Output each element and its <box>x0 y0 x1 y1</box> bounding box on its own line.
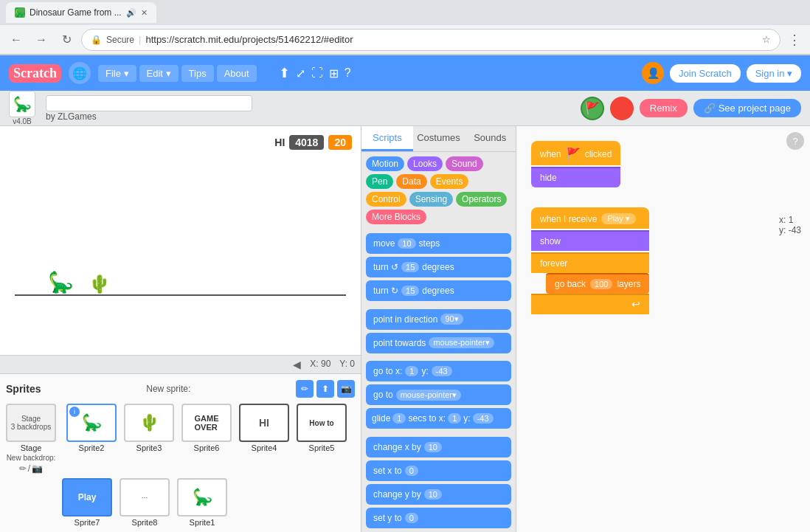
sprite-item-sprite3[interactable]: 🌵 Sprite3 <box>122 404 176 474</box>
cat-events-button[interactable]: Events <box>430 174 469 189</box>
block-set-x[interactable]: set x to 0 <box>366 460 511 481</box>
upload-sprite-button[interactable]: ⬆ <box>316 380 334 398</box>
block-go-to-x-param[interactable]: 1 <box>405 366 418 376</box>
camera-sprite-button[interactable]: 📷 <box>337 380 355 398</box>
sprite-item-sprite5[interactable]: How to Sprite5 <box>295 404 348 474</box>
project-title-input[interactable]: Dinosaur Game from Chrome <box>46 95 252 111</box>
block-set-x-param[interactable]: 0 <box>405 466 418 476</box>
green-flag-button[interactable]: 🚩 <box>581 97 604 120</box>
language-button[interactable]: 🌐 <box>69 62 91 84</box>
block-go-to-y-param[interactable]: -43 <box>432 366 452 376</box>
block-show[interactable]: show <box>531 230 649 251</box>
nav-forward-button[interactable]: → <box>31 30 52 50</box>
block-change-x[interactable]: change x by 10 <box>366 437 511 457</box>
sprite-item-sprite8[interactable]: ··· Sprite8 <box>118 478 171 527</box>
block-go-to-dropdown[interactable]: mouse-pointer▾ <box>396 390 461 401</box>
block-change-x-param[interactable]: 10 <box>424 442 442 452</box>
block-point-towards-dropdown[interactable]: mouse-pointer▾ <box>429 337 494 348</box>
block-go-to[interactable]: go to mouse-pointer▾ <box>366 384 511 405</box>
block-move[interactable]: move 10 steps <box>366 233 511 254</box>
screen2-button[interactable]: ⊞ <box>329 66 339 80</box>
sprite-item-sprite4[interactable]: HI Sprite4 <box>238 404 291 474</box>
stage-item[interactable]: Stage3 backdrops Stage New backdrop: ✏ /… <box>6 404 56 474</box>
cat-motion-button[interactable]: Motion <box>366 156 404 171</box>
stop-button[interactable] <box>610 97 634 120</box>
tab-close-button[interactable]: ✕ <box>141 8 148 18</box>
block-move-param[interactable]: 10 <box>398 238 415 249</box>
block-hide[interactable]: hide <box>531 167 620 187</box>
user-avatar[interactable]: 👤 <box>642 62 664 84</box>
block-glide-param1[interactable]: 1 <box>392 413 406 424</box>
block-set-x-text: set x to <box>373 466 402 476</box>
block-point-towards[interactable]: point towards mouse-pointer▾ <box>366 333 511 353</box>
block-glide-param3[interactable]: -43 <box>473 413 494 424</box>
block-point-direction-param[interactable]: 90▾ <box>440 314 463 325</box>
fullscreen-button[interactable]: ⛶ <box>311 66 323 80</box>
block-change-y-param[interactable]: 10 <box>424 489 442 500</box>
tab-scripts[interactable]: Scripts <box>361 126 413 151</box>
block-point-direction[interactable]: point in direction 90▾ <box>366 309 511 330</box>
nav-tips-button[interactable]: Tips <box>181 65 214 82</box>
cat-sound-button[interactable]: Sound <box>446 156 483 171</box>
address-bar[interactable]: 🔒 Secure | https://scratch.mit.edu/proje… <box>81 29 780 51</box>
tab-costumes[interactable]: Costumes <box>413 126 465 151</box>
paint-backdrop-icon[interactable]: ✏ <box>19 463 27 474</box>
arrows-button[interactable]: ⤢ <box>296 66 305 80</box>
browser-menu-button[interactable]: ⋮ <box>785 29 804 51</box>
sprite-item-sprite1[interactable]: 🦕 Sprite1 <box>176 478 229 527</box>
cat-more-button[interactable]: More Blocks <box>366 210 426 224</box>
block-when-receive[interactable]: when I receive Play ▾ <box>531 207 649 229</box>
nav-back-button[interactable]: ← <box>6 30 27 50</box>
sprite1-icon: 🦕 <box>193 488 212 507</box>
sprite-item-sprite2[interactable]: i 🦕 Sprite2 <box>65 404 118 474</box>
block-set-y-param[interactable]: 0 <box>405 513 418 523</box>
upload-backdrop-icon[interactable]: / <box>28 463 30 474</box>
sprite-item-sprite6[interactable]: GAMEOVER Sprite6 <box>180 404 233 474</box>
block-go-to-xy[interactable]: go to x: 1 y: -43 <box>366 361 511 381</box>
stage-resize-button[interactable]: ◀ <box>293 359 301 370</box>
cat-data-button[interactable]: Data <box>396 174 426 189</box>
scripts-help-button[interactable]: ? <box>786 132 804 150</box>
cat-control-button[interactable]: Control <box>366 192 406 207</box>
camera-backdrop-icon[interactable]: 📷 <box>32 463 43 474</box>
block-forever[interactable]: forever <box>531 252 649 273</box>
block-turn-cw-param[interactable]: 15 <box>401 286 419 296</box>
cat-operators-button[interactable]: Operators <box>456 192 507 207</box>
bookmark-icon[interactable]: ☆ <box>762 34 771 45</box>
block-when-flag-clicked[interactable]: when 🚩 clicked <box>531 141 620 165</box>
go-back-param[interactable]: 100 <box>590 279 612 289</box>
block-turn-ccw-param[interactable]: 15 <box>401 262 419 272</box>
receive-dropdown[interactable]: Play ▾ <box>601 213 635 224</box>
cat-pen-button[interactable]: Pen <box>366 174 393 189</box>
block-glide-param2[interactable]: 1 <box>448 413 461 424</box>
remix-button[interactable]: Remix <box>640 99 688 117</box>
see-project-button[interactable]: 🔗 See project page <box>693 99 801 117</box>
block-set-y[interactable]: set y to 0 <box>366 508 511 528</box>
join-scratch-button[interactable]: Join Scratch <box>670 64 741 83</box>
hi-value: 4018 <box>289 135 324 150</box>
block-turn-ccw[interactable]: turn ↺ 15 degrees <box>366 257 511 277</box>
forever-cap: ↩ <box>531 294 649 314</box>
scratch-logo[interactable]: Scratch <box>9 64 61 83</box>
block-turn-cw[interactable]: turn ↻ 15 degrees <box>366 280 511 301</box>
paint-sprite-button[interactable]: ✏ <box>296 380 314 398</box>
block-go-back[interactable]: go back 100 layers <box>546 273 649 294</box>
browser-tab[interactable]: 🦕 Dinosaur Game from ... 🔊 ✕ <box>6 2 156 23</box>
browser-chrome: 🦕 Dinosaur Game from ... 🔊 ✕ ← → ↻ 🔒 Sec… <box>0 0 810 55</box>
nav-refresh-button[interactable]: ↻ <box>56 30 77 50</box>
sprites-row2: Play Sprite7 ··· Sprite8 🦕 Sprite1 <box>6 478 355 527</box>
sprite-item-sprite7[interactable]: Play Sprite7 <box>60 478 114 527</box>
help-button[interactable]: ? <box>345 66 351 80</box>
tab-sounds[interactable]: Sounds <box>464 126 516 151</box>
cat-looks-button[interactable]: Looks <box>407 156 443 171</box>
nav-edit-button[interactable]: Edit ▾ <box>139 65 179 82</box>
block-change-y[interactable]: change y by 10 <box>366 484 511 505</box>
nav-file-button[interactable]: File ▾ <box>98 65 136 82</box>
sign-in-button[interactable]: Sign in ▾ <box>747 64 801 83</box>
cat-sensing-button[interactable]: Sensing <box>409 192 453 207</box>
upload-button[interactable]: ⬆ <box>279 65 290 81</box>
block-change-y-text: change y by <box>373 489 421 500</box>
sprite-info-icon[interactable]: i <box>69 407 80 417</box>
nav-about-button[interactable]: About <box>217 65 257 82</box>
block-glide[interactable]: glide 1 secs to x: 1 y: -43 <box>366 408 511 429</box>
